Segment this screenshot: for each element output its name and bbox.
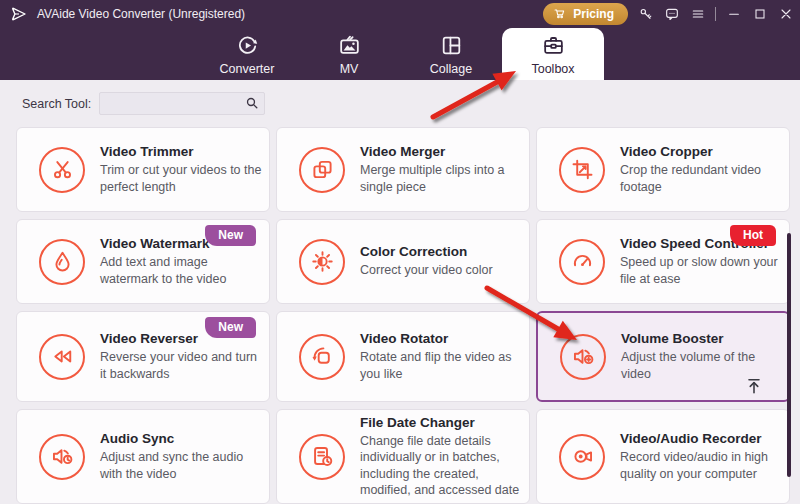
tool-card-video-reverser[interactable]: New Video Reverser Reverse your video an… xyxy=(16,311,270,402)
filedate-icon xyxy=(299,434,345,480)
tab-mv[interactable]: MV xyxy=(298,28,400,80)
tool-title: Audio Sync xyxy=(100,431,263,446)
tool-description: Change file date details individually or… xyxy=(360,433,523,498)
tab-converter[interactable]: Converter xyxy=(196,28,298,80)
rotator-icon xyxy=(299,334,345,380)
close-icon[interactable] xyxy=(777,6,794,23)
tool-card-video-trimmer[interactable]: Video Trimmer Trim or cut your videos to… xyxy=(16,127,270,212)
tool-description: Merge multiple clips into a single piece xyxy=(360,162,523,195)
reverser-icon xyxy=(39,334,85,380)
collage-icon xyxy=(439,33,464,58)
merger-icon xyxy=(299,147,345,193)
titlebar-controls: Pricing xyxy=(543,0,794,28)
tool-title: Video Merger xyxy=(360,144,523,159)
speed-icon xyxy=(559,239,605,285)
cropper-icon xyxy=(559,147,605,193)
trimmer-icon xyxy=(39,147,85,193)
color-icon xyxy=(299,239,345,285)
tool-card-volume-booster[interactable]: Volume Booster Adjust the volume of the … xyxy=(536,311,790,402)
titlebar-separator xyxy=(715,7,716,21)
tool-title: Video/Audio Recorder xyxy=(620,431,783,446)
maximize-icon[interactable] xyxy=(751,6,768,23)
search-box xyxy=(99,92,265,115)
tool-description: Speed up or slow down your file at ease xyxy=(620,254,783,287)
cart-icon xyxy=(553,7,567,21)
tool-description: Correct your video color xyxy=(360,262,493,278)
watermark-icon xyxy=(39,239,85,285)
tool-card-video-speed-controller[interactable]: Hot Video Speed Controller Speed up or s… xyxy=(536,219,790,304)
tool-title: Color Correction xyxy=(360,244,493,259)
tool-description: Record video/audio in high quality on yo… xyxy=(620,449,783,482)
titlebar: AVAide Video Converter (Unregistered) Pr… xyxy=(0,0,800,28)
badge: New xyxy=(205,317,256,338)
scrollbar-thumb[interactable] xyxy=(787,233,791,477)
app-header: AVAide Video Converter (Unregistered) Pr… xyxy=(0,0,800,80)
tool-title: Video Cropper xyxy=(620,144,783,159)
search-icon[interactable] xyxy=(244,95,260,111)
recorder-icon xyxy=(559,434,605,480)
tool-description: Adjust and sync the audio with the video xyxy=(100,449,263,482)
search-input[interactable] xyxy=(99,92,265,115)
tool-title: Video Trimmer xyxy=(100,144,263,159)
audiosync-icon xyxy=(39,434,85,480)
tab-bar: Converter MV Collage Toolbox xyxy=(0,28,800,80)
tool-description: Add text and image watermark to the vide… xyxy=(100,254,263,287)
tool-description: Trim or cut your videos to the perfect l… xyxy=(100,162,263,195)
tool-card-video-rotator[interactable]: Video Rotator Rotate and flip the video … xyxy=(276,311,530,402)
badge: Hot xyxy=(730,225,776,246)
tool-title: Volume Booster xyxy=(621,331,782,346)
tool-title: Video Rotator xyxy=(360,331,523,346)
tool-card-video-merger[interactable]: Video Merger Merge multiple clips into a… xyxy=(276,127,530,212)
feedback-chat-icon[interactable] xyxy=(663,6,680,23)
tab-toolbox[interactable]: Toolbox xyxy=(502,28,604,80)
badge: New xyxy=(205,225,256,246)
tools-grid: Video Trimmer Trim or cut your videos to… xyxy=(16,127,790,504)
tool-card-color-correction[interactable]: Color Correction Correct your video colo… xyxy=(276,219,530,304)
volume-icon xyxy=(560,334,606,380)
window-title: AVAide Video Converter (Unregistered) xyxy=(37,7,245,21)
toolbox-icon xyxy=(541,33,566,58)
tool-description: Reverse your video and turn it backwards xyxy=(100,349,263,382)
tool-card-video-audio-recorder[interactable]: Video/Audio Recorder Record video/audio … xyxy=(536,409,790,504)
search-label: Search Tool: xyxy=(22,97,91,111)
tool-title: File Date Changer xyxy=(360,415,523,430)
tool-card-video-watermark[interactable]: New Video Watermark Add text and image w… xyxy=(16,219,270,304)
tool-card-audio-sync[interactable]: Audio Sync Adjust and sync the audio wit… xyxy=(16,409,270,504)
mv-icon xyxy=(337,33,362,58)
scroll-to-top-icon[interactable] xyxy=(744,376,764,396)
converter-icon xyxy=(235,33,260,58)
search-row: Search Tool: xyxy=(0,80,800,127)
tab-collage[interactable]: Collage xyxy=(400,28,502,80)
app-logo-icon xyxy=(10,5,28,23)
pricing-button[interactable]: Pricing xyxy=(543,3,628,25)
tool-description: Crop the redundant video footage xyxy=(620,162,783,195)
tool-description: Rotate and flip the video as you like xyxy=(360,349,523,382)
menu-icon[interactable] xyxy=(689,6,706,23)
pricing-label: Pricing xyxy=(573,7,614,21)
register-key-icon[interactable] xyxy=(637,6,654,23)
tool-card-video-cropper[interactable]: Video Cropper Crop the redundant video f… xyxy=(536,127,790,212)
minimize-icon[interactable] xyxy=(725,6,742,23)
tool-card-file-date-changer[interactable]: File Date Changer Change file date detai… xyxy=(276,409,530,504)
